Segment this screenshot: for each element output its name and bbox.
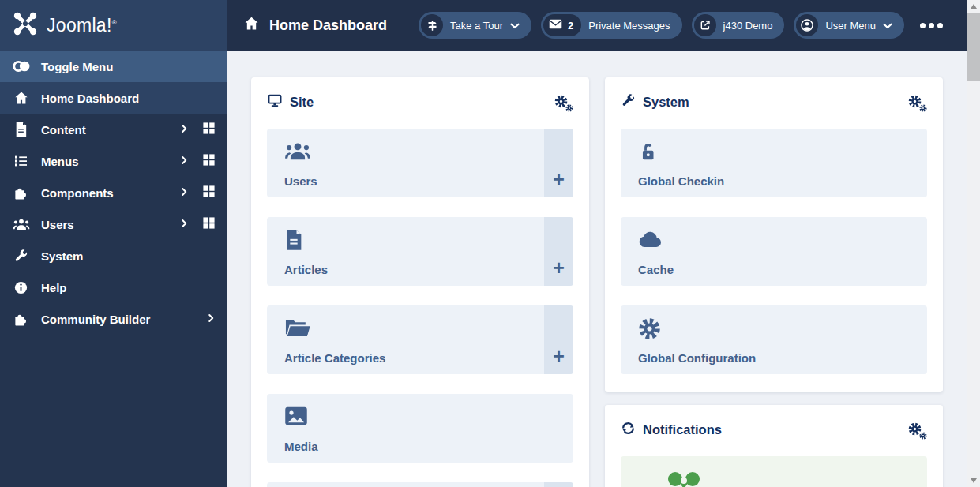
take-a-tour-button[interactable]: Take a Tour [419, 12, 531, 39]
gear-icon [638, 317, 910, 343]
sidebar-item-home-dashboard[interactable]: Home Dashboard [0, 82, 227, 114]
quick-icon-article-categories[interactable]: Article Categories + [267, 305, 573, 374]
sidebar-nav: Toggle Menu Home Dashboard Content [0, 51, 227, 335]
article-file-icon [284, 229, 556, 254]
sidebar-item-label: Community Builder [41, 313, 150, 326]
sync-icon [621, 421, 636, 439]
tile-label: Users [284, 174, 556, 188]
ellipsis-dot [920, 23, 926, 28]
home-icon [11, 90, 31, 106]
settings-cogs-icon[interactable] [554, 95, 573, 111]
chevron-right-icon [179, 155, 189, 168]
tile-label: Global Checkin [638, 174, 910, 188]
brand-logo-link[interactable]: Joomla!® [0, 0, 227, 51]
scroll-up-arrow[interactable] [967, 0, 980, 13]
messages-count: 2 [568, 20, 573, 32]
envelope-icon [549, 19, 562, 32]
chevron-right-icon [179, 218, 189, 231]
dashboard-grid-icon[interactable] [202, 216, 216, 232]
add-users-button[interactable]: + [544, 129, 573, 197]
joomla-admin-app: Joomla!® Toggle Menu Home Dashboard [0, 0, 980, 487]
info-circle-icon [11, 280, 31, 295]
sidebar-item-label: Help [41, 281, 67, 294]
site-panel-header: Site [267, 93, 573, 111]
settings-cogs-icon[interactable] [908, 95, 927, 111]
quick-icon-users[interactable]: Users + [267, 129, 573, 197]
sidebar-item-community-builder[interactable]: Community Builder [0, 303, 227, 335]
main-area: Home Dashboard Take a Tour [227, 0, 967, 487]
chevron-right-icon [179, 123, 189, 137]
triangle-up-icon [971, 4, 977, 9]
scroll-down-arrow[interactable] [967, 474, 980, 487]
tile-label: Articles [284, 263, 556, 276]
sidebar-item-users[interactable]: Users [0, 208, 227, 240]
quick-icon-global-configuration[interactable]: Global Configuration [621, 305, 927, 374]
private-messages-label: Private Messages [588, 20, 670, 32]
sidebar-item-menus[interactable]: Menus [0, 145, 227, 177]
notifications-panel-header: Notifications [621, 421, 927, 439]
private-messages-button[interactable]: 2 Private Messages [541, 12, 682, 39]
dashboard-grid-icon[interactable] [202, 122, 216, 137]
quick-icon-articles[interactable]: Articles + [267, 217, 573, 286]
sidebar-item-toggle-menu[interactable]: Toggle Menu [0, 51, 227, 82]
map-signs-icon [421, 14, 443, 36]
topbar-actions: Take a Tour 2 [419, 12, 949, 39]
puzzle-icon [11, 312, 31, 327]
plus-icon: + [553, 257, 565, 279]
take-a-tour-label: Take a Tour [450, 20, 503, 32]
site-preview-button[interactable]: j430 Demo [692, 12, 785, 39]
triangle-down-icon [971, 478, 977, 483]
sidebar-item-label: Menus [41, 155, 79, 168]
settings-cogs-icon[interactable] [908, 422, 927, 438]
plus-icon: + [553, 168, 565, 191]
messages-badge: 2 [543, 14, 581, 36]
ellipsis-dot [929, 23, 934, 28]
puzzle-icon [11, 185, 31, 200]
quick-icon-partial[interactable] [267, 482, 573, 487]
scrollbar-thumb[interactable] [967, 13, 980, 81]
sidebar-item-label: Components [41, 186, 114, 200]
add-button[interactable] [544, 482, 573, 487]
chevron-right-icon [179, 186, 189, 200]
system-panel-header: System [621, 93, 927, 111]
quick-icon-cache[interactable]: Cache [621, 217, 927, 286]
toggle-menu-icon [11, 59, 31, 73]
notifications-panel: Notifications [605, 405, 943, 487]
list-icon [11, 154, 31, 168]
tile-label: Global Configuration [638, 351, 910, 365]
system-column: System [605, 77, 943, 487]
image-icon [284, 406, 556, 429]
sidebar-item-help[interactable]: Help [0, 272, 227, 303]
tile-label: Media [284, 440, 556, 453]
site-panel-title: Site [290, 95, 314, 110]
users-icon [11, 217, 31, 231]
joomla-update-tile[interactable] [621, 456, 927, 487]
more-options-button[interactable] [914, 23, 949, 28]
unlock-icon [638, 140, 910, 167]
cloud-icon [638, 229, 910, 251]
add-category-button[interactable]: + [544, 305, 573, 374]
page-title-text: Home Dashboard [269, 17, 387, 34]
registered-mark: ® [112, 19, 117, 26]
sidebar-item-label: Toggle Menu [41, 60, 113, 73]
users-group-icon [284, 140, 556, 164]
sidebar-item-label: Users [41, 218, 74, 231]
system-panel-title: System [643, 95, 689, 110]
wrench-icon [11, 249, 31, 264]
tile-label: Article Categories [284, 351, 556, 365]
dashboard-grid-icon[interactable] [202, 185, 216, 200]
add-article-button[interactable]: + [544, 217, 573, 286]
user-circle-icon [796, 14, 818, 36]
sidebar: Joomla!® Toggle Menu Home Dashboard [0, 0, 227, 487]
quick-icon-media[interactable]: Media [267, 394, 573, 463]
sidebar-item-system[interactable]: System [0, 240, 227, 272]
page-scrollbar[interactable] [967, 0, 980, 487]
sidebar-item-label: Home Dashboard [41, 92, 139, 105]
user-menu-button[interactable]: User Menu [794, 12, 904, 39]
sidebar-item-content[interactable]: Content [0, 114, 227, 145]
quick-icon-global-checkin[interactable]: Global Checkin [621, 129, 927, 197]
site-panel: Site [251, 77, 589, 487]
dashboard-grid-icon[interactable] [202, 153, 216, 169]
file-icon [11, 122, 31, 137]
sidebar-item-components[interactable]: Components [0, 177, 227, 208]
